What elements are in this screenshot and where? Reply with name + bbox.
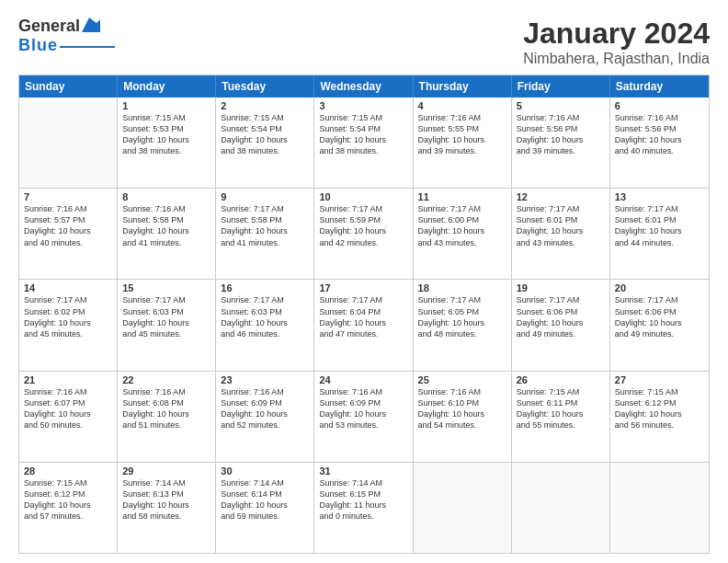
calendar-header: SundayMondayTuesdayWednesdayThursdayFrid… — [19, 75, 709, 98]
cell-info: Sunrise: 7:16 AM Sunset: 6:07 PM Dayligh… — [24, 386, 112, 431]
cell-info: Sunrise: 7:17 AM Sunset: 5:59 PM Dayligh… — [319, 203, 407, 248]
calendar-cell — [512, 463, 610, 553]
calendar: SundayMondayTuesdayWednesdayThursdayFrid… — [18, 75, 710, 554]
cell-info: Sunrise: 7:16 AM Sunset: 5:57 PM Dayligh… — [24, 203, 112, 248]
cell-info: Sunrise: 7:14 AM Sunset: 6:13 PM Dayligh… — [122, 477, 210, 523]
cell-info: Sunrise: 7:17 AM Sunset: 6:06 PM Dayligh… — [615, 294, 704, 339]
cell-info: Sunrise: 7:14 AM Sunset: 6:14 PM Dayligh… — [221, 477, 309, 523]
calendar-cell: 1Sunrise: 7:15 AM Sunset: 5:53 PM Daylig… — [118, 98, 216, 188]
cell-info: Sunrise: 7:17 AM Sunset: 6:03 PM Dayligh… — [221, 294, 309, 339]
day-number: 23 — [221, 374, 309, 385]
day-number: 18 — [418, 282, 506, 293]
logo-general-text: General — [18, 17, 80, 36]
day-number: 28 — [24, 465, 112, 477]
cell-info: Sunrise: 7:15 AM Sunset: 6:11 PM Dayligh… — [517, 386, 605, 431]
day-number: 5 — [517, 100, 605, 111]
day-number: 9 — [221, 191, 309, 202]
location: Nimbahera, Rajasthan, India — [523, 51, 710, 67]
logo-underline — [60, 46, 115, 48]
day-number: 20 — [615, 282, 704, 293]
day-number: 27 — [615, 374, 704, 385]
month-title: January 2024 — [523, 17, 710, 51]
cell-info: Sunrise: 7:17 AM Sunset: 6:02 PM Dayligh… — [24, 294, 112, 339]
calendar-cell: 23Sunrise: 7:16 AM Sunset: 6:09 PM Dayli… — [216, 372, 314, 462]
calendar-header-cell: Wednesday — [314, 75, 413, 98]
calendar-cell: 15Sunrise: 7:17 AM Sunset: 6:03 PM Dayli… — [118, 280, 216, 370]
calendar-cell: 3Sunrise: 7:15 AM Sunset: 5:54 PM Daylig… — [314, 98, 413, 188]
calendar-week-row: 21Sunrise: 7:16 AM Sunset: 6:07 PM Dayli… — [19, 372, 709, 463]
calendar-cell: 17Sunrise: 7:17 AM Sunset: 6:04 PM Dayli… — [314, 280, 413, 370]
day-number: 29 — [122, 465, 210, 477]
cell-info: Sunrise: 7:17 AM Sunset: 6:00 PM Dayligh… — [418, 203, 506, 248]
day-number: 1 — [122, 100, 210, 111]
cell-info: Sunrise: 7:16 AM Sunset: 6:08 PM Dayligh… — [122, 386, 210, 431]
cell-info: Sunrise: 7:17 AM Sunset: 6:04 PM Dayligh… — [319, 294, 407, 339]
day-number: 12 — [517, 191, 605, 202]
day-number: 10 — [319, 191, 407, 202]
calendar-header-cell: Thursday — [414, 75, 512, 98]
calendar-cell: 7Sunrise: 7:16 AM Sunset: 5:57 PM Daylig… — [19, 189, 118, 279]
cell-info: Sunrise: 7:15 AM Sunset: 5:54 PM Dayligh… — [221, 112, 309, 157]
calendar-cell — [610, 463, 709, 553]
logo-bird-icon — [82, 17, 100, 32]
calendar-header-cell: Monday — [118, 75, 216, 98]
calendar-cell: 4Sunrise: 7:16 AM Sunset: 5:55 PM Daylig… — [414, 98, 512, 188]
day-number: 7 — [24, 191, 112, 202]
cell-info: Sunrise: 7:16 AM Sunset: 5:56 PM Dayligh… — [615, 112, 704, 157]
cell-info: Sunrise: 7:17 AM Sunset: 6:05 PM Dayligh… — [418, 294, 506, 339]
day-number: 8 — [122, 191, 210, 202]
cell-info: Sunrise: 7:17 AM Sunset: 6:01 PM Dayligh… — [517, 203, 605, 248]
calendar-cell: 16Sunrise: 7:17 AM Sunset: 6:03 PM Dayli… — [216, 280, 314, 370]
day-number: 19 — [517, 282, 605, 293]
calendar-cell: 13Sunrise: 7:17 AM Sunset: 6:01 PM Dayli… — [610, 189, 709, 279]
day-number: 4 — [418, 100, 506, 111]
cell-info: Sunrise: 7:16 AM Sunset: 6:09 PM Dayligh… — [319, 386, 407, 431]
cell-info: Sunrise: 7:15 AM Sunset: 6:12 PM Dayligh… — [615, 386, 704, 431]
day-number: 14 — [24, 282, 112, 293]
header: General Blue January 2024 Nimbahera, Raj… — [18, 17, 710, 67]
cell-info: Sunrise: 7:16 AM Sunset: 6:10 PM Dayligh… — [418, 386, 506, 431]
day-number: 16 — [221, 282, 309, 293]
day-number: 11 — [418, 191, 506, 202]
calendar-cell: 19Sunrise: 7:17 AM Sunset: 6:06 PM Dayli… — [512, 280, 610, 370]
calendar-header-cell: Tuesday — [216, 75, 314, 98]
day-number: 21 — [24, 374, 112, 385]
calendar-week-row: 28Sunrise: 7:15 AM Sunset: 6:12 PM Dayli… — [19, 463, 709, 553]
calendar-header-cell: Friday — [512, 75, 610, 98]
calendar-cell: 27Sunrise: 7:15 AM Sunset: 6:12 PM Dayli… — [610, 372, 709, 462]
calendar-cell: 10Sunrise: 7:17 AM Sunset: 5:59 PM Dayli… — [314, 189, 413, 279]
calendar-cell: 24Sunrise: 7:16 AM Sunset: 6:09 PM Dayli… — [314, 372, 413, 462]
calendar-cell — [414, 463, 512, 553]
title-section: January 2024 Nimbahera, Rajasthan, India — [523, 17, 710, 67]
day-number: 6 — [615, 100, 704, 111]
calendar-cell: 29Sunrise: 7:14 AM Sunset: 6:13 PM Dayli… — [118, 463, 216, 553]
calendar-cell: 11Sunrise: 7:17 AM Sunset: 6:00 PM Dayli… — [414, 189, 512, 279]
day-number: 13 — [615, 191, 704, 202]
cell-info: Sunrise: 7:17 AM Sunset: 6:03 PM Dayligh… — [122, 294, 210, 339]
cell-info: Sunrise: 7:17 AM Sunset: 5:58 PM Dayligh… — [221, 203, 309, 248]
calendar-body: 1Sunrise: 7:15 AM Sunset: 5:53 PM Daylig… — [19, 98, 709, 553]
calendar-cell: 28Sunrise: 7:15 AM Sunset: 6:12 PM Dayli… — [19, 463, 118, 553]
calendar-cell: 26Sunrise: 7:15 AM Sunset: 6:11 PM Dayli… — [512, 372, 610, 462]
day-number: 26 — [517, 374, 605, 385]
day-number: 3 — [319, 100, 407, 111]
cell-info: Sunrise: 7:16 AM Sunset: 5:56 PM Dayligh… — [517, 112, 605, 157]
calendar-week-row: 14Sunrise: 7:17 AM Sunset: 6:02 PM Dayli… — [19, 280, 709, 371]
calendar-cell — [19, 98, 118, 188]
day-number: 30 — [221, 465, 309, 477]
calendar-cell: 22Sunrise: 7:16 AM Sunset: 6:08 PM Dayli… — [118, 372, 216, 462]
calendar-header-cell: Saturday — [610, 75, 709, 98]
day-number: 24 — [319, 374, 407, 385]
calendar-cell: 9Sunrise: 7:17 AM Sunset: 5:58 PM Daylig… — [216, 189, 314, 279]
cell-info: Sunrise: 7:16 AM Sunset: 5:55 PM Dayligh… — [418, 112, 506, 157]
cell-info: Sunrise: 7:15 AM Sunset: 6:12 PM Dayligh… — [24, 477, 112, 523]
calendar-header-cell: Sunday — [19, 75, 118, 98]
cell-info: Sunrise: 7:15 AM Sunset: 5:53 PM Dayligh… — [122, 112, 210, 157]
day-number: 31 — [319, 465, 407, 477]
calendar-cell: 14Sunrise: 7:17 AM Sunset: 6:02 PM Dayli… — [19, 280, 118, 370]
cell-info: Sunrise: 7:17 AM Sunset: 6:06 PM Dayligh… — [517, 294, 605, 339]
calendar-cell: 18Sunrise: 7:17 AM Sunset: 6:05 PM Dayli… — [414, 280, 512, 370]
page: General Blue January 2024 Nimbahera, Raj… — [0, 0, 728, 563]
calendar-cell: 5Sunrise: 7:16 AM Sunset: 5:56 PM Daylig… — [512, 98, 610, 188]
day-number: 22 — [122, 374, 210, 385]
